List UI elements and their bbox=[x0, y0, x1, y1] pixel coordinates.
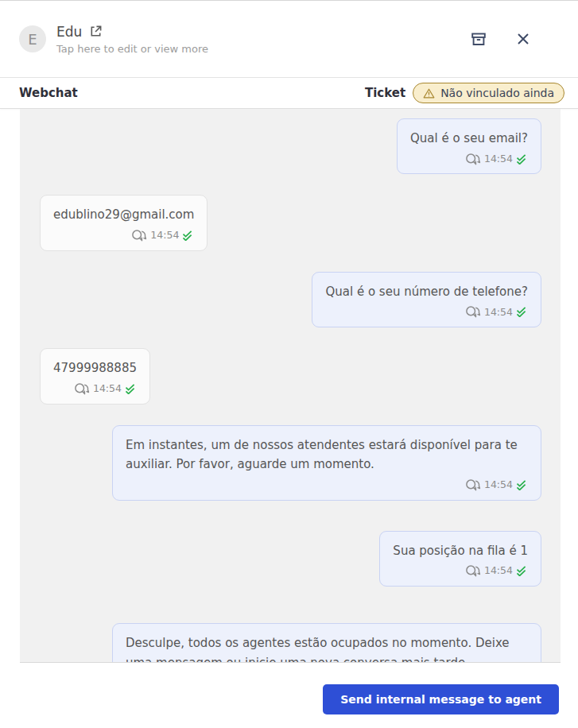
message-text: edublino29@gmail.com bbox=[53, 205, 194, 225]
message-text: Qual é o seu número de telefone? bbox=[325, 282, 528, 302]
archive-icon bbox=[470, 30, 487, 48]
tab-webchat[interactable]: Webchat bbox=[19, 86, 78, 100]
ticket-label: Ticket bbox=[365, 86, 405, 100]
message-bubble: edublino29@gmail.com 14:54 bbox=[40, 195, 208, 250]
message-timestamp: 14:54 bbox=[150, 227, 179, 244]
close-button[interactable] bbox=[514, 29, 533, 48]
message-timestamp: 14:54 bbox=[484, 477, 513, 494]
avatar: E bbox=[19, 25, 46, 52]
message-meta: 14:54 bbox=[325, 304, 528, 321]
message-meta: 14:54 bbox=[126, 477, 528, 494]
message-text: Desculpe, todos os agentes estão ocupado… bbox=[126, 633, 528, 663]
message-bubble: Sua posição na fila é 1 14:54 bbox=[379, 531, 541, 587]
ticket-badge-text: Não vinculado ainda bbox=[440, 87, 554, 99]
double-check-icon bbox=[516, 154, 528, 165]
message-meta: 14:54 bbox=[53, 227, 194, 244]
message-text: Sua posição na fila é 1 bbox=[393, 541, 528, 561]
double-check-icon bbox=[516, 307, 528, 317]
close-icon bbox=[514, 30, 532, 48]
chat-message-list[interactable]: Qual é o seu email? 14:54 edublino29@gma… bbox=[20, 109, 561, 663]
external-link-icon[interactable] bbox=[89, 25, 103, 38]
message-meta: 14:54 bbox=[53, 381, 137, 397]
chat-bubbles-icon bbox=[465, 153, 481, 165]
footer-bar: Send internal message to agent bbox=[0, 663, 578, 728]
warning-triangle-icon bbox=[423, 88, 435, 99]
contact-subtitle: Tap here to edit or view more bbox=[56, 43, 469, 55]
double-check-icon bbox=[516, 566, 528, 576]
chat-bubbles-icon bbox=[465, 479, 481, 491]
message-text: 47999988885 bbox=[53, 358, 137, 378]
message-bubble: Qual é o seu email? 14:54 bbox=[397, 118, 541, 174]
double-check-icon bbox=[516, 480, 528, 490]
double-check-icon bbox=[125, 384, 137, 394]
message-bubble: Em instantes, um de nossos atendentes es… bbox=[112, 425, 541, 501]
message-timestamp: 14:54 bbox=[93, 381, 122, 397]
double-check-icon bbox=[182, 230, 194, 241]
chat-bubbles-icon bbox=[465, 565, 481, 577]
contact-header: E Edu Tap here to edit or view more bbox=[0, 1, 578, 78]
message-timestamp: 14:54 bbox=[484, 304, 513, 321]
contact-info[interactable]: Edu Tap here to edit or view more bbox=[56, 24, 469, 55]
chat-bubbles-icon bbox=[131, 230, 147, 242]
archive-button[interactable] bbox=[469, 29, 488, 48]
message-bubble: 47999988885 14:54 bbox=[40, 348, 150, 404]
message-bubble: Qual é o seu número de telefone? 14:54 bbox=[312, 272, 541, 327]
message-bubble: Desculpe, todos os agentes estão ocupado… bbox=[112, 623, 541, 663]
message-text: Em instantes, um de nossos atendentes es… bbox=[126, 436, 528, 475]
message-meta: 14:54 bbox=[410, 151, 528, 168]
ticket-section: Ticket Não vinculado ainda bbox=[365, 83, 564, 103]
contact-chat-panel: E Edu Tap here to edit or view more bbox=[0, 0, 578, 728]
message-timestamp: 14:54 bbox=[484, 563, 513, 579]
message-timestamp: 14:54 bbox=[484, 151, 513, 168]
tab-bar: Webchat Ticket Não vinculado ainda bbox=[0, 78, 578, 109]
contact-name: Edu bbox=[56, 24, 82, 40]
chat-bubbles-icon bbox=[465, 306, 481, 318]
message-text: Qual é o seu email? bbox=[410, 129, 528, 149]
message-meta: 14:54 bbox=[393, 563, 528, 579]
header-actions bbox=[469, 29, 559, 48]
chat-bubbles-icon bbox=[74, 383, 90, 395]
send-internal-message-button[interactable]: Send internal message to agent bbox=[323, 684, 559, 714]
ticket-status-badge[interactable]: Não vinculado ainda bbox=[413, 83, 564, 103]
